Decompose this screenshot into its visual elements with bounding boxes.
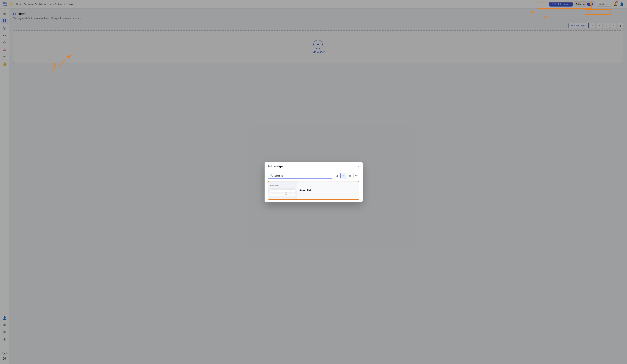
- widget-name: Asset list: [299, 189, 311, 192]
- preview-col-region: Region: [270, 188, 278, 190]
- view-copy-button[interactable]: ⧉: [347, 173, 353, 179]
- view-grid-button[interactable]: ⊞: [334, 173, 340, 179]
- modal-body: 🔍 ⊞ ≡ ⧉ </> ☰ ASSETS LIST: [264, 170, 363, 202]
- widget-card-asset-list[interactable]: ☰ ASSETS LIST Region Line Price: [268, 181, 359, 200]
- search-icon: 🔍: [270, 174, 273, 177]
- widget-results: ☰ ASSETS LIST Region Line Price: [268, 181, 359, 200]
- preview-col-price: Price: [284, 188, 291, 190]
- widget-search-input[interactable]: [274, 175, 330, 177]
- preview-col-line: Line: [278, 188, 284, 190]
- modal-title: Add widget: [268, 165, 284, 168]
- preview-table: Region Line Price North 1: [270, 188, 295, 196]
- widget-preview: ☰ ASSETS LIST Region Line Price: [268, 182, 297, 199]
- modal-header: Add widget ×: [264, 162, 363, 170]
- widget-preview-inner: ☰ ASSETS LIST Region Line Price: [270, 185, 295, 196]
- modal-overlay[interactable]: Add widget × 🔍 ⊞ ≡ ⧉ </>: [0, 0, 627, 364]
- preview-row-2: South 2 100$ ⋮: [270, 192, 295, 194]
- widget-search-field[interactable]: 🔍: [268, 173, 332, 179]
- view-code-button[interactable]: </>: [354, 173, 359, 179]
- add-widget-modal: Add widget × 🔍 ⊞ ≡ ⧉ </>: [264, 162, 363, 202]
- preview-col-actions: [291, 188, 295, 190]
- preview-row-3: East 2 100$ ⋮: [270, 194, 295, 196]
- modal-close-button[interactable]: ×: [357, 165, 359, 168]
- preview-row-1: North 1 100$ ⋮: [270, 190, 295, 192]
- widget-info: Asset list: [297, 182, 359, 199]
- preview-title: ☰ ASSETS LIST: [270, 185, 295, 187]
- view-list-button[interactable]: ≡: [340, 173, 346, 179]
